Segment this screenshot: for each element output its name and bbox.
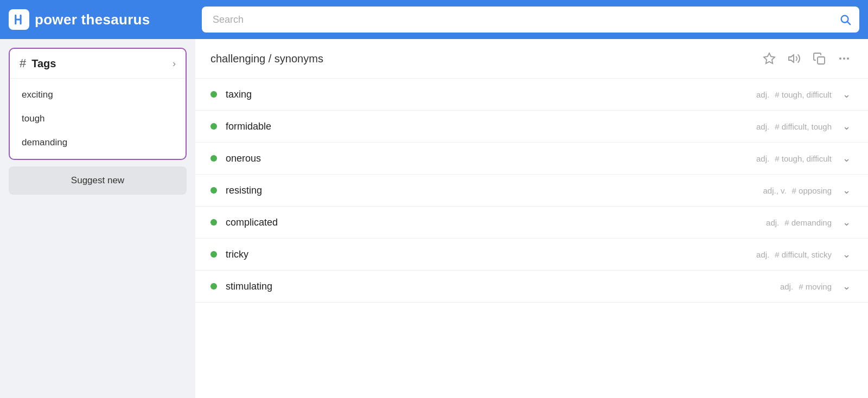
synonym-word[interactable]: complicated — [226, 217, 757, 228]
svg-point-8 — [847, 57, 849, 60]
pos-label: adj. — [780, 282, 793, 291]
search-button[interactable] — [831, 7, 859, 33]
breadcrumb: challenging / synonyms — [210, 53, 323, 65]
synonym-word[interactable]: formidable — [226, 121, 748, 132]
pos-label: adj. — [756, 154, 769, 163]
search-input[interactable] — [202, 7, 859, 33]
sidebar: # Tags › exciting tough demanding Sugges… — [0, 39, 195, 398]
tags-box: # Tags › exciting tough demanding — [9, 48, 187, 160]
synonym-meta: adj. # demanding — [766, 218, 832, 227]
synonym-row: stimulating adj. # moving ⌄ — [195, 271, 868, 303]
svg-marker-3 — [764, 53, 775, 63]
synonym-row: tricky adj. # difficult, sticky ⌄ — [195, 239, 868, 271]
svg-line-2 — [847, 22, 850, 24]
star-icon[interactable] — [761, 50, 778, 67]
status-dot — [210, 283, 217, 290]
svg-point-7 — [843, 57, 845, 60]
logo-icon — [9, 9, 29, 30]
tags-label: Tags — [31, 57, 56, 70]
expand-button[interactable]: ⌄ — [840, 280, 853, 292]
hash-icon: # — [20, 56, 26, 70]
tags-ref: # demanding — [784, 218, 832, 227]
content-area: challenging / synonyms — [195, 39, 868, 398]
expand-button[interactable]: ⌄ — [840, 152, 853, 164]
pos-label: adj. — [756, 90, 769, 99]
status-dot — [210, 251, 217, 258]
expand-button[interactable]: ⌄ — [840, 120, 853, 132]
expand-button[interactable]: ⌄ — [840, 248, 853, 260]
main-layout: # Tags › exciting tough demanding Sugges… — [0, 39, 868, 398]
synonym-word[interactable]: stimulating — [226, 281, 771, 292]
pos-label: adj., v. — [763, 186, 787, 195]
synonym-meta: adj. # tough, difficult — [756, 154, 832, 163]
synonym-row: resisting adj., v. # opposing ⌄ — [195, 175, 868, 207]
synonym-word[interactable]: tricky — [226, 249, 748, 260]
tags-header[interactable]: # Tags › — [10, 49, 186, 79]
synonym-meta: adj. # difficult, tough — [756, 122, 832, 131]
tags-ref: # opposing — [792, 186, 832, 195]
search-wrapper — [202, 7, 859, 33]
content-header: challenging / synonyms — [195, 39, 868, 79]
synonym-meta: adj. # tough, difficult — [756, 90, 832, 99]
synonym-row: taxing adj. # tough, difficult ⌄ — [195, 79, 868, 111]
synonym-row: formidable adj. # difficult, tough ⌄ — [195, 111, 868, 143]
synonym-meta: adj. # difficult, sticky — [756, 250, 832, 259]
more-icon[interactable] — [835, 50, 853, 67]
svg-marker-4 — [789, 55, 794, 62]
tags-header-left: # Tags — [20, 56, 56, 70]
pos-label: adj. — [756, 122, 769, 131]
tags-ref: # difficult, tough — [775, 122, 832, 131]
tag-item-tough[interactable]: tough — [10, 107, 186, 131]
status-dot — [210, 155, 217, 162]
status-dot — [210, 219, 217, 226]
copy-icon[interactable] — [810, 50, 828, 67]
synonym-word[interactable]: resisting — [226, 185, 755, 196]
tags-ref: # tough, difficult — [775, 154, 832, 163]
expand-button[interactable]: ⌄ — [840, 216, 853, 228]
pos-label: adj. — [766, 218, 779, 227]
svg-rect-5 — [818, 57, 825, 64]
header-actions — [761, 50, 853, 67]
synonym-row: onerous adj. # tough, difficult ⌄ — [195, 143, 868, 175]
pos-label: adj. — [756, 250, 769, 259]
expand-button[interactable]: ⌄ — [840, 88, 853, 100]
synonym-meta: adj. # moving — [780, 282, 832, 291]
tags-ref: # tough, difficult — [775, 90, 832, 99]
tags-ref: # difficult, sticky — [775, 250, 832, 259]
synonym-row: complicated adj. # demanding ⌄ — [195, 207, 868, 239]
synonym-meta: adj., v. # opposing — [763, 186, 832, 195]
tags-ref: # moving — [799, 282, 832, 291]
suggest-new-button[interactable]: Suggest new — [9, 166, 187, 195]
expand-button[interactable]: ⌄ — [840, 184, 853, 196]
svg-point-6 — [839, 57, 841, 60]
chevron-right-icon: › — [173, 58, 176, 69]
status-dot — [210, 187, 217, 194]
tag-item-demanding[interactable]: demanding — [10, 131, 186, 155]
logo-text: power thesaurus — [35, 11, 150, 28]
synonym-word[interactable]: taxing — [226, 89, 748, 100]
synonym-word[interactable]: onerous — [226, 153, 748, 164]
logo-area: power thesaurus — [9, 9, 193, 30]
tag-item-exciting[interactable]: exciting — [10, 83, 186, 107]
tag-items-list: exciting tough demanding — [10, 79, 186, 159]
header: power thesaurus — [0, 0, 868, 39]
volume-icon[interactable] — [786, 50, 803, 67]
status-dot — [210, 91, 217, 98]
status-dot — [210, 123, 217, 130]
